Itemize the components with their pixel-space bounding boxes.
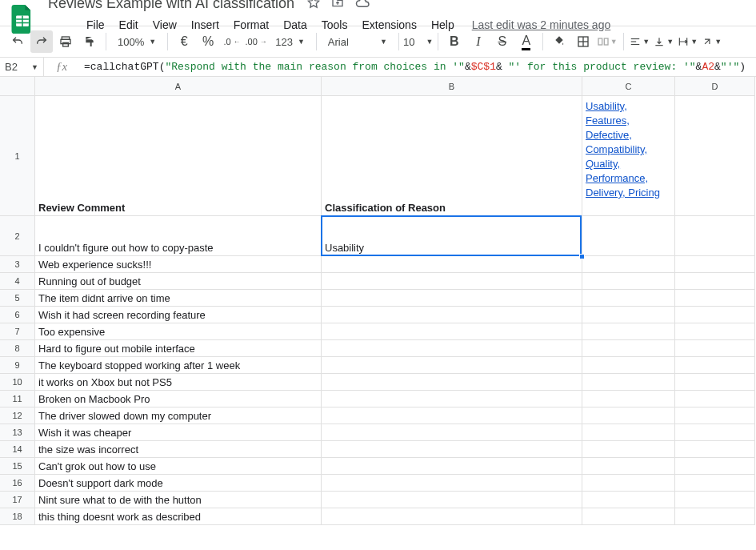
horizontal-align-button[interactable]: ▼	[629, 30, 651, 53]
more-formats-select[interactable]: 123▼	[269, 31, 311, 52]
cell[interactable]	[322, 374, 582, 391]
select-all-corner[interactable]	[0, 77, 35, 96]
cell[interactable]	[322, 441, 582, 458]
cell[interactable]	[582, 475, 675, 492]
row-header[interactable]: 11	[0, 391, 35, 407]
move-icon[interactable]	[331, 0, 344, 11]
star-icon[interactable]	[307, 0, 320, 11]
cell[interactable]: Running out of budget	[35, 273, 322, 290]
text-rotation-button[interactable]: ▼	[701, 30, 723, 53]
selection-handle[interactable]	[579, 254, 585, 259]
cell[interactable]	[675, 357, 755, 374]
cell[interactable]: Wish it was cheaper	[35, 424, 322, 441]
cell[interactable]	[322, 391, 582, 407]
cell[interactable]	[675, 340, 755, 357]
cloud-status-icon[interactable]	[355, 0, 370, 11]
percent-button[interactable]: %	[197, 30, 219, 53]
row-header[interactable]: 15	[0, 458, 35, 475]
cell[interactable]	[322, 323, 582, 340]
strikethrough-button[interactable]: S	[491, 30, 514, 53]
paint-format-button[interactable]	[78, 30, 101, 53]
cell[interactable]	[675, 307, 755, 323]
row-header[interactable]: 5	[0, 290, 35, 307]
cell[interactable]	[675, 407, 755, 424]
row-header[interactable]: 12	[0, 407, 35, 424]
cell[interactable]: Review Comment	[35, 96, 322, 216]
cell[interactable]	[322, 492, 582, 508]
cell[interactable]	[582, 458, 675, 475]
print-button[interactable]	[54, 30, 77, 53]
text-wrap-button[interactable]: ▼	[677, 30, 699, 53]
font-size-select[interactable]: 10▼	[404, 31, 433, 52]
cell[interactable]	[582, 323, 675, 340]
cell[interactable]: Usability	[322, 216, 582, 256]
cell[interactable]	[582, 357, 675, 374]
formula-input[interactable]: =callchatGPT("Respond with the main reas…	[79, 61, 756, 73]
cell[interactable]	[582, 307, 675, 323]
bold-button[interactable]: B	[443, 30, 466, 53]
last-edit-link[interactable]: Last edit was 2 minutes ago	[472, 18, 611, 31]
cell[interactable]	[582, 374, 675, 391]
name-box[interactable]: B2▼	[0, 61, 43, 73]
document-title[interactable]: Reviews Example with AI classification	[43, 0, 299, 14]
cell[interactable]	[582, 424, 675, 441]
cell[interactable]: it works on Xbox but not PS5	[35, 374, 322, 391]
cell[interactable]: The driver slowed down my computer	[35, 407, 322, 424]
italic-button[interactable]: I	[467, 30, 490, 53]
vertical-align-button[interactable]: ▼	[653, 30, 675, 53]
row-header[interactable]: 7	[0, 323, 35, 340]
increase-decimal-button[interactable]: .00 →	[245, 30, 267, 53]
cell[interactable]: this thing doesnt work as described	[35, 508, 322, 525]
row-header[interactable]: 2	[0, 216, 35, 256]
cell[interactable]: Wish it had screen recording feature	[35, 307, 322, 323]
cell[interactable]: Classification of Reason	[322, 96, 582, 216]
zoom-select[interactable]: 100%▼	[111, 31, 162, 52]
cell[interactable]	[582, 216, 675, 256]
cell[interactable]: Broken on Macbook Pro	[35, 391, 322, 407]
row-header[interactable]: 14	[0, 441, 35, 458]
cell[interactable]: Nint sure what to de with the hutton	[35, 492, 322, 508]
row-header[interactable]: 8	[0, 340, 35, 357]
cell[interactable]: Web experience sucks!!!	[35, 256, 322, 273]
borders-button[interactable]	[572, 30, 594, 53]
font-select[interactable]: Arial▼	[322, 31, 394, 52]
cell[interactable]: The item didnt arrive on time	[35, 290, 322, 307]
cell[interactable]	[322, 340, 582, 357]
cell[interactable]: the size was incorrect	[35, 441, 322, 458]
cell[interactable]	[675, 391, 755, 407]
undo-button[interactable]	[6, 30, 29, 53]
cell[interactable]	[582, 340, 675, 357]
decrease-decimal-button[interactable]: .0 ←	[221, 30, 243, 53]
row-header[interactable]: 17	[0, 492, 35, 508]
redo-button[interactable]	[30, 30, 53, 53]
cell[interactable]	[322, 458, 582, 475]
cell[interactable]	[675, 424, 755, 441]
fill-color-button[interactable]	[548, 30, 570, 53]
row-header[interactable]: 4	[0, 273, 35, 290]
cell[interactable]	[322, 424, 582, 441]
row-header[interactable]: 16	[0, 475, 35, 492]
merge-cells-button[interactable]: ▼	[596, 30, 618, 53]
cell[interactable]	[582, 273, 675, 290]
row-header[interactable]: 3	[0, 256, 35, 273]
cell[interactable]	[582, 492, 675, 508]
cell[interactable]	[582, 391, 675, 407]
cell[interactable]	[675, 216, 755, 256]
cell[interactable]: Too expensive	[35, 323, 322, 340]
cell[interactable]	[582, 290, 675, 307]
cell[interactable]	[675, 290, 755, 307]
cell[interactable]	[322, 307, 582, 323]
cell[interactable]	[582, 508, 675, 525]
cell[interactable]	[675, 323, 755, 340]
cell[interactable]	[322, 290, 582, 307]
cell[interactable]: I couldn't figure out how to copy-paste	[35, 216, 322, 256]
cell[interactable]: Doesn't support dark mode	[35, 475, 322, 492]
cell[interactable]	[675, 273, 755, 290]
row-header[interactable]: 1	[0, 96, 35, 216]
row-header[interactable]: 13	[0, 424, 35, 441]
cell[interactable]	[322, 508, 582, 525]
column-header[interactable]: B	[322, 77, 582, 96]
cell[interactable]	[322, 357, 582, 374]
cell[interactable]: The keyboard stopped working after 1 wee…	[35, 357, 322, 374]
cell[interactable]	[675, 458, 755, 475]
